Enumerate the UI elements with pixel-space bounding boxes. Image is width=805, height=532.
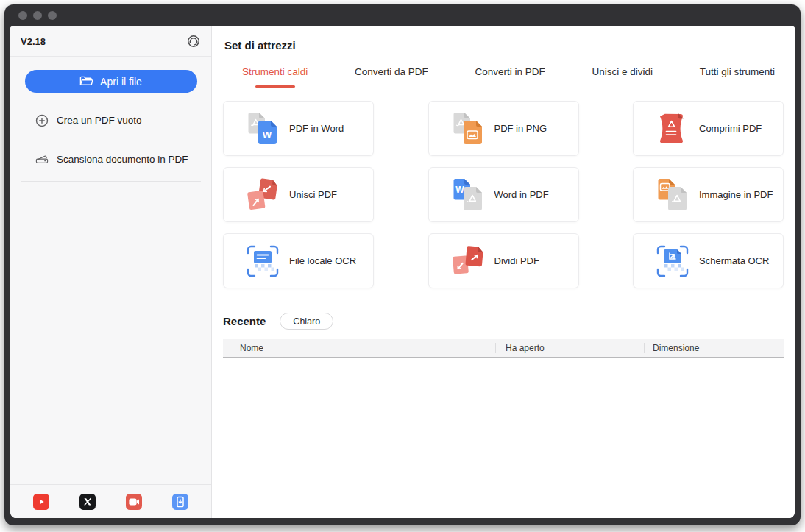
zoom-button[interactable] bbox=[48, 11, 57, 20]
merge-pdf-icon bbox=[245, 177, 280, 213]
local-file-ocr-icon bbox=[245, 244, 280, 279]
tool-card-pdf-to-word[interactable]: W PDF in Word bbox=[223, 101, 374, 156]
svg-text:W: W bbox=[263, 129, 272, 140]
compress-pdf-icon bbox=[655, 111, 690, 146]
pdf-to-word-icon: W bbox=[245, 111, 280, 146]
tab-tutti-gli-strumenti[interactable]: Tutti gli strumenti bbox=[700, 66, 775, 88]
tool-label: Schermata OCR bbox=[699, 255, 769, 266]
screen-ocr-icon bbox=[655, 244, 690, 279]
recent-table-header: Nome Ha aperto Dimensione bbox=[223, 339, 784, 358]
scanner-icon bbox=[35, 153, 49, 166]
tool-label: PDF in PNG bbox=[494, 123, 547, 134]
tool-label: Immagine in PDF bbox=[699, 189, 773, 200]
tab-unisci-e-dividi[interactable]: Unisci e dividi bbox=[592, 66, 653, 88]
tab-converti-da-pdf[interactable]: Converti da PDF bbox=[355, 66, 428, 88]
sidebar-item-create-blank-pdf[interactable]: Crea un PDF vuoto bbox=[10, 101, 211, 140]
sidebar-item-scan-to-pdf[interactable]: Scansiona documento in PDF bbox=[10, 140, 211, 179]
minimize-button[interactable] bbox=[33, 11, 42, 20]
recent-section-header: Recente Chiaro bbox=[223, 313, 784, 330]
pdf-to-png-icon bbox=[450, 111, 486, 146]
app-window: V2.18 bbox=[4, 4, 801, 525]
tool-card-screen-ocr[interactable]: Schermata OCR bbox=[633, 233, 784, 288]
tab-strumenti-caldi[interactable]: Strumenti caldi bbox=[242, 66, 308, 88]
tool-card-local-file-ocr[interactable]: File locale OCR bbox=[223, 233, 374, 288]
tool-card-word-to-pdf[interactable]: W Word in PDF bbox=[428, 167, 579, 222]
window-titlebar bbox=[4, 4, 801, 26]
split-pdf-icon bbox=[450, 244, 486, 279]
tools-grid: W PDF in Word bbox=[223, 101, 784, 288]
tab-bar: Strumenti caldi Converti da PDF Converti… bbox=[223, 62, 784, 88]
svg-text:W: W bbox=[455, 185, 464, 195]
x-twitter-icon[interactable] bbox=[79, 494, 96, 510]
column-header-dimensione[interactable]: Dimensione bbox=[644, 339, 784, 357]
window-content: V2.18 bbox=[10, 26, 795, 518]
sidebar-item-label: Scansiona documento in PDF bbox=[57, 154, 188, 165]
tool-card-image-to-pdf[interactable]: Immagine in PDF bbox=[633, 167, 784, 222]
open-file-button[interactable]: Apri il file bbox=[25, 70, 197, 93]
close-button[interactable] bbox=[18, 11, 27, 20]
tool-label: Unisci PDF bbox=[289, 189, 337, 200]
support-icon[interactable] bbox=[187, 35, 200, 48]
tool-card-compress-pdf[interactable]: Comprimi PDF bbox=[633, 101, 784, 156]
video-channel-icon[interactable] bbox=[126, 494, 142, 510]
sidebar-divider bbox=[21, 181, 201, 182]
tool-label: Comprimi PDF bbox=[699, 123, 762, 134]
tool-card-split-pdf[interactable]: Dividi PDF bbox=[428, 233, 579, 288]
screen: V2.18 bbox=[0, 0, 805, 532]
folder-open-icon bbox=[79, 76, 93, 87]
clear-recent-button[interactable]: Chiaro bbox=[280, 313, 333, 330]
recent-title: Recente bbox=[223, 315, 266, 327]
sidebar-item-label: Crea un PDF vuoto bbox=[57, 115, 142, 126]
main-panel: Set di attrezzi Strumenti caldi Converti… bbox=[212, 26, 795, 518]
tool-label: Dividi PDF bbox=[494, 255, 539, 266]
tool-card-pdf-to-png[interactable]: PDF in PNG bbox=[428, 101, 579, 156]
tab-converti-in-pdf[interactable]: Converti in PDF bbox=[475, 66, 545, 88]
sidebar-footer bbox=[10, 484, 211, 518]
youtube-icon[interactable] bbox=[33, 494, 49, 510]
plus-circle-icon bbox=[35, 114, 49, 127]
sidebar: V2.18 bbox=[10, 26, 212, 518]
word-to-pdf-icon: W bbox=[450, 177, 486, 213]
mobile-app-icon[interactable] bbox=[172, 494, 188, 510]
column-header-nome[interactable]: Nome bbox=[223, 339, 495, 357]
sidebar-actions: Crea un PDF vuoto Scansiona documento in… bbox=[10, 101, 211, 179]
tool-label: PDF in Word bbox=[289, 123, 344, 134]
tool-label: File locale OCR bbox=[289, 255, 356, 266]
sidebar-header: V2.18 bbox=[10, 26, 211, 57]
image-to-pdf-icon bbox=[655, 177, 690, 213]
page-title: Set di attrezzi bbox=[224, 38, 784, 52]
column-header-ha-aperto[interactable]: Ha aperto bbox=[495, 339, 644, 357]
open-file-label: Apri il file bbox=[100, 76, 142, 88]
app-version: V2.18 bbox=[21, 36, 46, 47]
tool-label: Word in PDF bbox=[494, 189, 549, 200]
tool-card-merge-pdf[interactable]: Unisci PDF bbox=[223, 167, 374, 222]
